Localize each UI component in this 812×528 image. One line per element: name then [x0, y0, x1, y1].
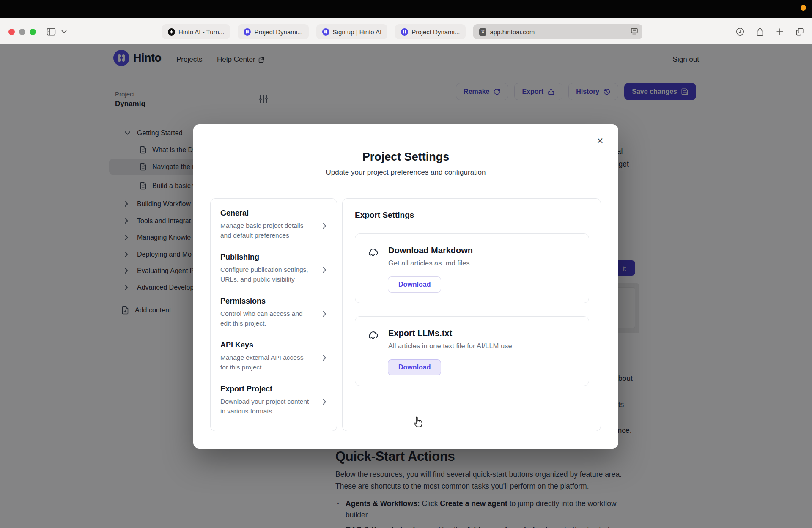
menu-item-desc: Control who can access and edit this pro… — [220, 309, 310, 328]
mouse-cursor-pointer — [412, 416, 423, 429]
chevron-right-icon — [322, 310, 327, 317]
tab-hinto-ai[interactable]: Hinto AI - Turn... — [162, 24, 230, 39]
menu-item-title: Export Project — [220, 385, 327, 394]
address-url: app.hintoai.com — [490, 28, 535, 36]
system-menubar — [0, 0, 812, 18]
card-desc: All articles in one text file for AI/LLM… — [388, 342, 512, 350]
chevron-right-icon — [322, 354, 327, 361]
downloads-icon[interactable] — [735, 27, 745, 36]
tab-label: Sign up | Hinto AI — [333, 28, 382, 36]
tab-label: Hinto AI - Turn... — [178, 28, 224, 36]
sidebar-toggle-icon[interactable] — [47, 28, 56, 36]
black-arrow-icon — [168, 28, 175, 36]
menu-item-title: Permissions — [220, 297, 327, 306]
menu-item-desc: Manage external API access for this proj… — [220, 353, 310, 372]
recording-indicator-dot — [801, 5, 806, 11]
modal-subtitle: Update your project preferences and conf… — [193, 168, 618, 177]
menu-item-export-project[interactable]: Export Project Download your project con… — [220, 385, 327, 429]
web-page: Hinto Projects Help Center Sign out Rema… — [0, 44, 812, 528]
tab-project-dynamiq-1[interactable]: Project Dynami... — [238, 24, 308, 39]
tab-project-dynamiq-2[interactable]: Project Dynami... — [395, 24, 466, 39]
export-settings-panel: Export Settings Download Markdown Get al… — [342, 198, 601, 431]
chevron-down-icon[interactable] — [61, 30, 67, 34]
close-icon[interactable]: ✕ — [595, 135, 606, 146]
menu-item-desc: Configure publication settings, URLs, an… — [220, 265, 310, 284]
download-label: Download — [398, 281, 431, 288]
menu-item-general[interactable]: General Manage basic project details and… — [220, 209, 327, 253]
window-controls — [8, 29, 36, 35]
new-tab-icon[interactable] — [775, 27, 785, 36]
tab-overview-icon[interactable] — [795, 27, 804, 36]
hinto-icon — [244, 28, 251, 36]
browser-chrome: Hinto AI - Turn... Project Dynami... Sig… — [0, 18, 812, 44]
tab-label: Project Dynami... — [411, 28, 460, 36]
chevron-right-icon — [322, 398, 327, 405]
menu-item-api-keys[interactable]: API Keys Manage external API access for … — [220, 341, 327, 385]
tab-sign-up[interactable]: Sign up | Hinto AI — [316, 24, 388, 39]
panel-heading: Export Settings — [355, 211, 588, 220]
favicon-placeholder-icon: ✕ — [479, 28, 486, 36]
chevron-right-icon — [322, 222, 327, 230]
menu-item-publishing[interactable]: Publishing Configure publication setting… — [220, 253, 327, 297]
minimize-window-button[interactable] — [19, 29, 25, 35]
menu-item-title: Publishing — [220, 253, 327, 262]
menu-item-permissions[interactable]: Permissions Control who can access and e… — [220, 297, 327, 341]
tab-strip: Hinto AI - Turn... Project Dynami... Sig… — [162, 24, 642, 39]
browser-actions — [735, 27, 804, 36]
menu-item-desc: Download your project content in various… — [220, 397, 310, 416]
download-label: Download — [398, 364, 431, 371]
share-icon[interactable] — [755, 27, 765, 36]
export-llms-card: Export LLMs.txt All articles in one text… — [355, 316, 589, 386]
hinto-icon — [401, 28, 408, 36]
tab-label: Project Dynami... — [254, 28, 302, 36]
card-title: Export LLMs.txt — [388, 328, 452, 338]
settings-menu: General Manage basic project details and… — [210, 198, 337, 431]
cloud-download-icon — [367, 247, 379, 258]
chevron-right-icon — [322, 266, 327, 274]
modal-title: Project Settings — [193, 150, 618, 164]
close-window-button[interactable] — [8, 29, 15, 35]
menu-item-desc: Manage basic project details and default… — [220, 221, 310, 240]
menu-item-title: API Keys — [220, 341, 327, 350]
download-llms-button[interactable]: Download — [388, 359, 441, 375]
project-settings-modal: ✕ Project Settings Update your project p… — [193, 124, 618, 449]
cloud-download-icon — [367, 330, 379, 341]
zoom-window-button[interactable] — [30, 29, 36, 35]
address-bar[interactable]: ✕ app.hintoai.com — [473, 24, 642, 39]
reader-mode-icon[interactable] — [631, 28, 638, 35]
hinto-icon — [322, 28, 329, 36]
card-title: Download Markdown — [388, 246, 473, 255]
card-desc: Get all articles as .md files — [388, 259, 470, 267]
download-markdown-card: Download Markdown Get all articles as .m… — [355, 233, 589, 303]
menu-item-title: General — [220, 209, 327, 218]
download-markdown-button[interactable]: Download — [388, 276, 441, 293]
